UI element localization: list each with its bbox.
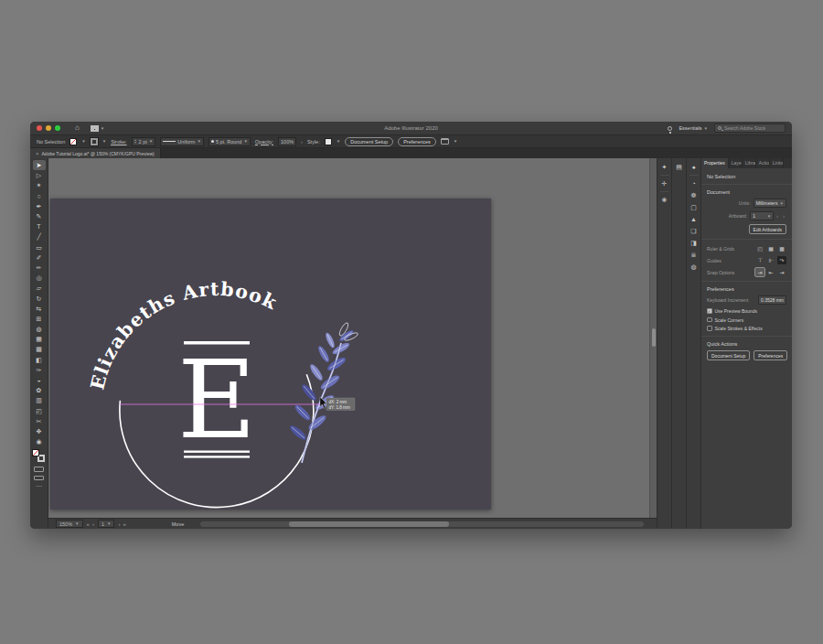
checkbox-scale-strokes-effects[interactable]: Scale Strokes & Effects [707, 326, 786, 331]
horizontal-scrollbar[interactable] [200, 521, 644, 527]
document-canvas-area[interactable]: Elizabeths Artbook E [48, 158, 657, 529]
tab-actions[interactable]: Actions [756, 158, 770, 168]
stroke-swatch[interactable] [91, 138, 98, 145]
tool-free-transform[interactable]: ⊞ [33, 314, 46, 324]
workspace-switcher[interactable]: Essentials ▼ [679, 125, 708, 131]
horizontal-scrollbar-thumb[interactable] [289, 521, 449, 527]
tool-shape-builder[interactable]: ◍ [33, 324, 46, 334]
checkbox-icon[interactable] [707, 317, 712, 323]
fill-stroke-widget[interactable] [32, 449, 46, 463]
checkbox-icon[interactable] [707, 326, 712, 331]
first-artboard-button[interactable]: « [87, 521, 90, 527]
layers-panel-icon[interactable]: ❏ [689, 225, 700, 237]
swatches-panel-icon[interactable]: ❁ [689, 189, 700, 201]
stroke-weight-field[interactable]: ▲▼ 2 pt ▼ [132, 137, 156, 146]
appearance-panel-icon[interactable]: ▲ [689, 213, 700, 225]
vertical-scrollbar[interactable] [649, 158, 657, 518]
transform-panel-icon[interactable]: ▢ [689, 201, 700, 213]
opacity-label[interactable]: Opacity: [255, 139, 273, 145]
snap-to-pixel-icon[interactable]: ⇥ [777, 268, 786, 276]
artboard-navigation-select[interactable]: 1 ▼ [98, 520, 115, 528]
artboard[interactable]: Elizabeths Artbook E [50, 199, 491, 510]
tool-rectangle[interactable]: ▭ [33, 242, 46, 252]
leaf-illustration[interactable] [288, 322, 358, 463]
checkbox-use-preview-bounds[interactable]: ✓ Use Preview Bounds [707, 308, 786, 314]
stroke-label[interactable]: Stroke: [111, 139, 126, 145]
chevron-down-icon[interactable]: ▼ [454, 139, 457, 144]
tool-shaper[interactable]: ◎ [33, 273, 46, 283]
zoom-level-select[interactable]: 150% ▼ [56, 520, 83, 528]
gradient-panel-icon[interactable]: ◨ [689, 237, 700, 249]
opacity-field[interactable]: 100% [278, 137, 296, 146]
artboard-select[interactable]: 1 ▼ [750, 211, 774, 220]
previous-artboard-button[interactable]: ‹ [92, 521, 94, 527]
tool-pen[interactable]: ✒ [33, 201, 46, 211]
stepper-icon[interactable]: ▲▼ [134, 139, 137, 145]
tab-links[interactable]: Links [770, 158, 784, 168]
tool-eyedropper[interactable]: ✑ [33, 365, 46, 375]
edit-artboards-button[interactable]: Edit Artboards [749, 224, 786, 234]
tool-eraser[interactable]: ▱ [33, 283, 46, 293]
vertical-scrollbar-thumb[interactable] [652, 328, 656, 347]
discover-lightbulb-icon[interactable] [668, 126, 672, 131]
tool-blend[interactable]: ◒ [33, 375, 46, 385]
lock-guides-icon[interactable]: ⊩ [766, 256, 775, 264]
preferences-button[interactable]: Preferences [754, 350, 787, 360]
align-options-icon[interactable] [441, 138, 449, 145]
last-artboard-button[interactable]: » [123, 521, 125, 527]
tool-perspective-grid[interactable]: ▦ [33, 334, 46, 344]
tool-line-segment[interactable]: ╱ [33, 231, 46, 242]
pixel-grid-icon[interactable]: ▩ [777, 244, 786, 252]
tool-rotate[interactable]: ↻ [33, 293, 46, 303]
chevron-down-icon[interactable]: ▼ [243, 139, 247, 144]
document-tab[interactable]: × Adobe Tutorial Logo.ai* @ 150% (CMYK/G… [30, 148, 161, 158]
tool-artboard[interactable]: ◰ [33, 406, 46, 416]
grid-icon[interactable]: ▦ [766, 244, 775, 252]
draw-mode-button[interactable] [34, 467, 44, 472]
screen-mode-button[interactable] [34, 476, 44, 480]
preferences-button[interactable]: Preferences [398, 137, 436, 146]
snap-to-point-icon[interactable]: ⇤ [766, 268, 775, 276]
tool-column-graph[interactable]: ▥ [33, 395, 46, 405]
document-setup-button[interactable]: Document Setup [345, 137, 393, 146]
artboards-panel-icon[interactable]: ▤ [674, 161, 685, 173]
color-panel-icon[interactable]: ● [689, 161, 700, 173]
tool-curvature[interactable]: ✎ [33, 211, 46, 221]
tool-selection[interactable]: ➤ [33, 160, 46, 170]
search-input[interactable]: Search Adobe Stock [714, 123, 786, 133]
edit-toolbar-button[interactable]: ⋯ [36, 483, 42, 490]
chevron-down-icon[interactable]: ▼ [102, 139, 106, 144]
show-guides-icon[interactable]: ⊤ [755, 256, 764, 264]
style-swatch[interactable] [325, 138, 332, 145]
tool-paintbrush[interactable]: ✐ [33, 252, 46, 263]
brush-definition-field[interactable]: 5 pt. Round ▼ [208, 137, 251, 146]
rotate-view-panel-icon[interactable]: ✦ [659, 161, 670, 173]
next-artboard-arrow[interactable]: › [783, 213, 786, 219]
document-setup-button[interactable]: Document Setup [707, 350, 750, 360]
tab-layers[interactable]: Layers [729, 158, 743, 168]
tool-symbol-sprayer[interactable]: ✿ [33, 385, 46, 395]
tool-magic-wand[interactable]: ✶ [33, 180, 46, 190]
tool-lasso[interactable]: ○ [33, 191, 46, 201]
info-panel-icon[interactable]: ❋ [659, 194, 670, 206]
previous-artboard-arrow[interactable]: ‹ [776, 213, 780, 219]
tab-properties[interactable]: Properties [701, 158, 729, 168]
tool-mesh[interactable]: ▩ [33, 344, 46, 354]
tool-zoom[interactable]: ◉ [33, 436, 46, 446]
stroke-panel-icon[interactable]: ≣ [689, 249, 700, 261]
tool-hand[interactable]: ✥ [33, 426, 46, 436]
color-guide-panel-icon[interactable]: ◔ [689, 177, 700, 189]
tool-scale[interactable]: ⇆ [33, 304, 46, 314]
transparency-panel-icon[interactable]: ◍ [689, 261, 700, 273]
tool-slice[interactable]: ✂ [33, 416, 46, 426]
fill-color-swatch[interactable] [32, 449, 39, 456]
make-guides-icon[interactable]: ↷ [777, 256, 786, 264]
variable-width-field[interactable]: Uniform ▼ [160, 137, 204, 146]
keyboard-increment-field[interactable]: 0.3528 mm [758, 295, 786, 305]
checkbox-scale-corners[interactable]: Scale Corners [707, 317, 786, 323]
corner-ruler-icon[interactable]: ◰ [755, 244, 764, 252]
chevron-down-icon[interactable]: ▼ [81, 139, 85, 144]
tool-direct-selection[interactable]: ▷ [33, 170, 46, 180]
snap-to-grid-icon[interactable]: ⇥ [755, 268, 764, 276]
logo-monogram[interactable]: E [177, 337, 256, 463]
